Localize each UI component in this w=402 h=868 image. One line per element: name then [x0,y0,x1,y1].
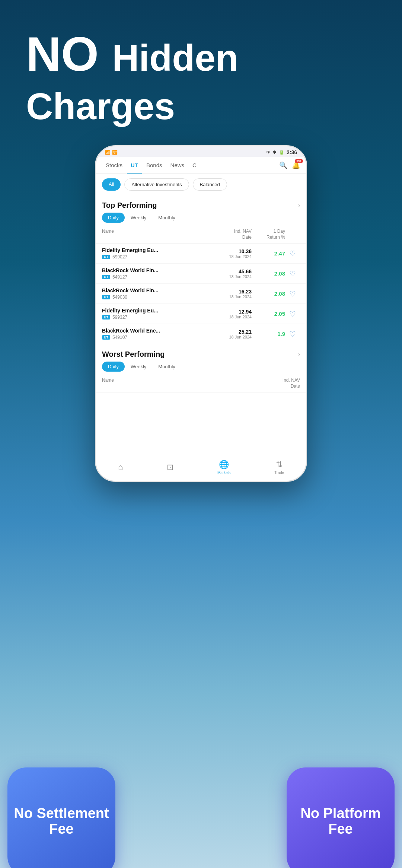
signal-icon: 📶 [105,150,111,155]
chip-all[interactable]: All [102,178,121,191]
fund-badge-2: UT [102,275,110,279]
heart-4[interactable]: ♡ [285,309,300,318]
fund-name-3: BlackRock World Fin... [102,287,218,293]
home-icon: ⌂ [118,462,123,472]
search-icon[interactable]: 🔍 [279,161,287,169]
fund-info-5: BlackRock World Ene... UT 549107 [102,328,218,340]
no-settlement-fee-badge: No Settlement Fee [7,767,115,868]
phone-frame: 📶 🛜 👁 ✱ 🔋 2:36 Stocks UT Bonds News C 🔍 … [95,145,307,482]
status-left: 📶 🛜 [105,150,118,155]
fund-row-3[interactable]: BlackRock World Fin... UT 549030 16.23 1… [96,284,306,304]
bottom-nav-home[interactable]: ⌂ [118,462,123,472]
nav-date-5: 18 Jun 2024 [218,335,252,339]
fund-info-3: BlackRock World Fin... UT 549030 [102,287,218,300]
fund-info-4: Fidelity Emerging Eu... UT 599327 [102,308,218,320]
fund-code-row-4: UT 599327 [102,315,218,320]
nav-val-2: 45.66 18 Jun 2024 [218,268,252,279]
fund-row-5[interactable]: BlackRock World Ene... UT 549107 25.21 1… [96,324,306,344]
markets-label: Markets [217,471,231,475]
return-val-4: 2.05 [252,311,285,317]
return-val-2: 2.08 [252,270,285,277]
nav-date-3: 18 Jun 2024 [218,295,252,299]
period-monthly-top[interactable]: Monthly [152,213,181,223]
period-daily-top[interactable]: Daily [102,213,125,223]
nav-number-1: 10.36 [218,248,252,254]
time-display: 2:36 [287,149,297,155]
worst-performing-chevron[interactable]: › [298,351,300,358]
fund-code-row-2: UT 549127 [102,274,218,280]
col-name-header: Name [102,229,218,240]
heart-5[interactable]: ♡ [285,330,300,338]
battery-icon: 🔋 [279,150,284,155]
fund-info-2: BlackRock World Fin... UT 549127 [102,267,218,280]
fund-code-4: 599327 [112,315,127,320]
period-weekly-top[interactable]: Weekly [125,213,152,223]
hero-section: NO HiddenCharges [0,0,402,142]
eye-icon: 👁 [266,150,271,155]
heart-2[interactable]: ♡ [285,269,300,278]
fund-code-row-5: UT 549107 [102,335,218,340]
platform-label: No Platform Fee [287,806,395,837]
col-fav-header [285,229,300,240]
return-number-4: 2.05 [274,311,285,317]
trade-label: Trade [274,471,284,475]
fund-code-5: 549107 [112,335,127,340]
heart-3[interactable]: ♡ [285,289,300,298]
fund-name-2: BlackRock World Fin... [102,267,218,273]
nav-number-2: 45.66 [218,268,252,274]
wifi-icon: 🛜 [112,150,118,155]
bottom-nav-chart[interactable]: ⊡ [167,462,173,472]
col-return-header: 1 DayReturn % [252,229,285,240]
bottom-nav-trade[interactable]: ⇅ Trade [274,460,284,475]
trade-icon: ⇅ [276,460,283,470]
worst-table-header: Name Ind. NAVDate [96,376,306,392]
chip-alternative[interactable]: Alternative Investments [124,178,189,191]
fund-badge-1: UT [102,255,110,259]
fund-code-1: 599027 [112,254,127,260]
hero-title: NO HiddenCharges [26,30,376,127]
no-text: NO [26,27,99,81]
fund-info-1: Fidelity Emerging Eu... UT 599027 [102,247,218,260]
period-daily-worst[interactable]: Daily [102,362,125,372]
tab-c[interactable]: C [189,157,200,174]
tab-stocks[interactable]: Stocks [102,157,126,174]
top-performing-title: Top Performing [102,201,157,210]
notification-icon[interactable]: 🔔 99+ [292,161,300,169]
notification-badge: 99+ [295,159,303,163]
bottom-nav-markets[interactable]: 🌐 Markets [217,460,231,475]
tab-ut[interactable]: UT [127,157,142,174]
nav-date-2: 18 Jun 2024 [218,274,252,279]
return-val-1: 2.47 [252,250,285,257]
fund-row-1[interactable]: Fidelity Emerging Eu... UT 599027 10.36 … [96,244,306,264]
fund-code-row-3: UT 549030 [102,295,218,300]
status-bar: 📶 🛜 👁 ✱ 🔋 2:36 [96,146,306,157]
globe-icon: 🌐 [219,460,229,470]
nav-number-4: 12.94 [218,309,252,315]
return-val-5: 1.9 [252,331,285,337]
period-monthly-worst[interactable]: Monthly [152,362,181,372]
col-nav-header: Ind. NAVDate [218,229,252,240]
fund-badge-3: UT [102,295,110,299]
nav-date-1: 18 Jun 2024 [218,254,252,259]
chip-balanced[interactable]: Balanced [193,178,227,191]
fund-row-4[interactable]: Fidelity Emerging Eu... UT 599327 12.94 … [96,304,306,324]
heart-1[interactable]: ♡ [285,249,300,258]
fund-row-2[interactable]: BlackRock World Fin... UT 549127 45.66 1… [96,264,306,284]
tab-bonds[interactable]: Bonds [143,157,166,174]
bluetooth-icon: ✱ [273,150,277,155]
nav-val-5: 25.21 18 Jun 2024 [218,329,252,339]
worst-performing-title: Worst Performing [102,350,165,359]
tab-news[interactable]: News [167,157,188,174]
status-right: 👁 ✱ 🔋 2:36 [266,149,297,155]
fund-code-2: 549127 [112,274,127,280]
top-performing-chevron[interactable]: › [298,202,300,209]
top-period-tabs: Daily Weekly Monthly [96,213,306,227]
return-number-5: 1.9 [277,331,285,337]
worst-performing-header: Worst Performing › [96,344,306,362]
nav-val-4: 12.94 18 Jun 2024 [218,309,252,319]
return-val-3: 2.08 [252,290,285,297]
fund-code-row-1: UT 599027 [102,254,218,260]
top-table-header: Name Ind. NAVDate 1 DayReturn % [96,227,306,244]
nav-date-4: 18 Jun 2024 [218,315,252,319]
period-weekly-worst[interactable]: Weekly [125,362,152,372]
